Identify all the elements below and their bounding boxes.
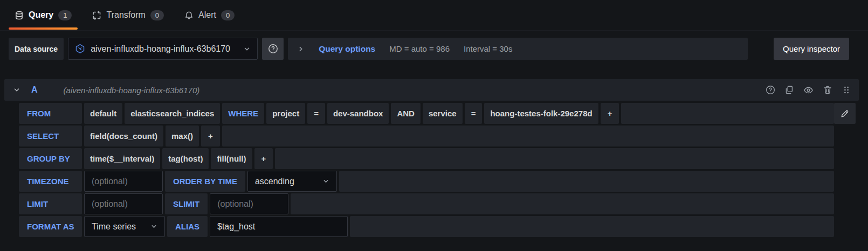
collapse-chevron-icon[interactable] xyxy=(13,86,20,94)
order-by-time-value: ascending xyxy=(255,177,294,186)
tab-query-label: Query xyxy=(29,10,53,20)
query-count-badge: 1 xyxy=(58,10,72,20)
group-by-row: GROUP BY time($__interval) tag(host) fil… xyxy=(19,148,834,169)
transform-count-badge: 0 xyxy=(150,10,164,20)
alert-count-badge: 0 xyxy=(221,10,235,20)
retention-policy-segment[interactable]: default xyxy=(84,103,122,124)
toggle-text-edit-mode-button[interactable] xyxy=(834,103,856,124)
chevron-right-icon xyxy=(297,45,305,53)
timezone-row: TIMEZONE ORDER BY TIME ascending xyxy=(19,171,834,192)
measurement-segment[interactable]: elasticsearch_indices xyxy=(125,103,220,124)
toggle-visibility-eye-icon[interactable] xyxy=(803,85,814,95)
transform-icon xyxy=(92,11,101,20)
query-options-toggle[interactable]: Query options MD = auto = 986 Interval =… xyxy=(288,38,748,60)
where-keyword: WHERE xyxy=(222,103,264,124)
delete-query-trash-icon[interactable] xyxy=(823,85,832,95)
add-condition-button[interactable]: + xyxy=(601,103,619,124)
pencil-icon xyxy=(840,109,850,118)
select-row-filler xyxy=(222,126,834,147)
where-value2-segment[interactable]: hoang-testes-folk-29e278d xyxy=(484,103,598,124)
add-group-by-button[interactable]: + xyxy=(254,148,273,169)
query-inspector-button[interactable]: Query inspector xyxy=(774,38,849,60)
where-operator2-segment[interactable]: = xyxy=(465,103,483,124)
query-actions xyxy=(766,85,851,95)
limit-input[interactable] xyxy=(84,193,163,214)
alias-label: ALIAS xyxy=(167,216,208,237)
limit-row-filler xyxy=(291,193,834,214)
select-label: SELECT xyxy=(19,126,82,147)
slimit-label: SLIMIT xyxy=(165,193,208,214)
tab-alert[interactable]: Alert 0 xyxy=(178,0,240,30)
chevron-down-icon xyxy=(322,178,329,185)
query-datasource-hint: (aiven-influxdb-hoang-influx-63b6170) xyxy=(64,86,200,95)
datasource-help-button[interactable] xyxy=(262,38,284,60)
datasource-name: aiven-influxdb-hoang-influx-63b6170 xyxy=(91,44,238,54)
group-by-time-segment[interactable]: time($__interval) xyxy=(84,148,160,169)
influxdb-logo-icon xyxy=(75,44,85,54)
influx-query-builder: FROM default elasticsearch_indices WHERE… xyxy=(4,103,859,237)
where-condition-and-segment[interactable]: AND xyxy=(391,103,421,124)
tab-transform[interactable]: Transform 0 xyxy=(86,0,170,30)
timezone-row-filler xyxy=(339,171,834,192)
add-select-part-button[interactable]: + xyxy=(201,126,220,147)
query-header[interactable]: A (aiven-influxdb-hoang-influx-63b6170) xyxy=(4,79,859,101)
bell-icon xyxy=(184,11,194,20)
tab-transform-label: Transform xyxy=(106,10,145,20)
editor-tab-bar: Query 1 Transform 0 Alert 0 xyxy=(0,0,868,31)
from-row: FROM default elasticsearch_indices WHERE… xyxy=(19,103,834,124)
datasource-label: Data source xyxy=(9,38,64,60)
where-key-segment[interactable]: project xyxy=(266,103,305,124)
drag-handle-icon[interactable] xyxy=(842,85,851,95)
database-icon xyxy=(15,11,24,20)
help-circle-icon xyxy=(268,44,278,54)
limit-row: LIMIT SLIMIT xyxy=(19,193,834,214)
format-as-select[interactable]: Time series xyxy=(84,216,165,237)
format-as-row: FORMAT AS Time series ALIAS xyxy=(19,216,834,237)
format-as-row-filler xyxy=(350,216,834,237)
select-row: SELECT field(docs_count) max() + xyxy=(19,126,834,147)
select-field-segment[interactable]: field(docs_count) xyxy=(84,126,163,147)
interval-value: Interval = 30s xyxy=(464,44,512,53)
from-row-filler xyxy=(621,103,834,124)
select-aggregation-segment[interactable]: max() xyxy=(166,126,199,147)
query-toolbar: Data source aiven-influxdb-hoang-influx-… xyxy=(9,38,849,60)
format-as-value: Time series xyxy=(92,222,136,232)
tab-query[interactable]: Query 1 xyxy=(9,0,78,30)
order-by-time-label: ORDER BY TIME xyxy=(165,171,245,192)
active-tab-underline xyxy=(9,27,78,30)
format-as-label: FORMAT AS xyxy=(19,216,82,237)
where-value-segment[interactable]: dev-sandbox xyxy=(327,103,389,124)
query-help-icon[interactable] xyxy=(766,85,775,95)
from-label: FROM xyxy=(19,103,82,124)
datasource-picker[interactable]: aiven-influxdb-hoang-influx-63b6170 xyxy=(68,38,258,60)
slimit-input[interactable] xyxy=(210,193,288,214)
group-by-fill-segment[interactable]: fill(null) xyxy=(211,148,252,169)
alias-input[interactable] xyxy=(210,216,348,237)
query-options-label: Query options xyxy=(319,44,375,54)
timezone-label: TIMEZONE xyxy=(19,171,82,192)
timezone-input[interactable] xyxy=(84,171,163,192)
tab-alert-label: Alert xyxy=(198,10,216,20)
query-editor-row: A (aiven-influxdb-hoang-influx-63b6170) xyxy=(4,79,859,237)
max-data-points-value: MD = auto = 986 xyxy=(389,44,450,53)
chevron-down-icon xyxy=(243,45,251,53)
chevron-down-icon xyxy=(150,223,157,230)
group-by-row-filler xyxy=(275,148,834,169)
query-ref-id: A xyxy=(31,85,38,95)
group-by-label: GROUP BY xyxy=(19,148,82,169)
order-by-time-select[interactable]: ascending xyxy=(247,171,337,192)
where-operator-segment[interactable]: = xyxy=(307,103,325,124)
where-key2-segment[interactable]: service xyxy=(423,103,463,124)
duplicate-query-icon[interactable] xyxy=(784,85,794,95)
limit-label: LIMIT xyxy=(19,193,82,214)
group-by-tag-segment[interactable]: tag(host) xyxy=(162,148,209,169)
